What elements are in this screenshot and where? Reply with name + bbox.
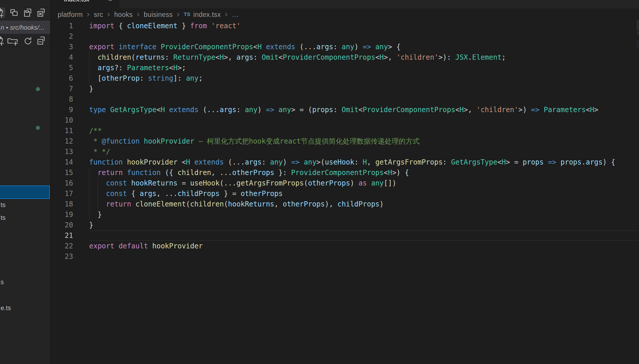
minimap-mark	[637, 20, 639, 30]
line-number: 13	[51, 146, 73, 157]
line-number: 10	[51, 115, 73, 126]
line-number: 18	[51, 199, 73, 209]
breadcrumb: platformsrchooksbuisinessTSindex.tsx…	[58, 8, 611, 21]
new-folder-icon[interactable]	[7, 35, 16, 46]
line-number: 23	[51, 251, 73, 262]
code-line: /**	[89, 126, 615, 136]
tree-item[interactable]: ts	[1, 214, 6, 222]
code-line	[89, 251, 615, 262]
line-number-gutter: 1234567891011121314151617181920212223	[51, 21, 73, 262]
code-line: [otherProp: string]: any;	[89, 73, 615, 84]
code-line: * */	[89, 146, 615, 157]
line-number: 7	[51, 84, 73, 94]
line-number: 22	[51, 241, 73, 251]
breadcrumb-item[interactable]: src	[94, 11, 103, 19]
code-line: export default hookProvider	[89, 241, 615, 251]
new-file-icon[interactable]	[0, 7, 5, 18]
file-tree: tstsse.ts	[0, 47, 50, 364]
code-line: }	[89, 84, 615, 94]
line-number: 17	[51, 188, 73, 199]
explorer-toolbar	[0, 34, 50, 47]
code-line: }	[89, 209, 615, 220]
line-number: 6	[51, 73, 73, 84]
chevron-right-icon	[225, 12, 228, 17]
code-line: export interface ProviderComponentProps<…	[89, 42, 615, 52]
tree-item[interactable]: e.ts	[1, 304, 11, 312]
code-line	[89, 94, 615, 105]
line-number: 2	[51, 31, 73, 42]
open-editor-entry-label: n • src/hooks/...	[1, 24, 45, 31]
line-number: 8	[51, 94, 73, 105]
code-line: const hookReturns = useHook(...getArgsFr…	[89, 178, 615, 188]
line-number: 19	[51, 209, 73, 220]
code-line: return function ({ children, ...otherPro…	[89, 167, 615, 178]
ts-file-icon: TS	[184, 12, 190, 17]
chevron-right-icon	[87, 12, 90, 17]
tree-selected-row[interactable]	[0, 185, 50, 199]
breadcrumb-item[interactable]: hooks	[114, 11, 133, 19]
code-line	[89, 230, 615, 241]
minimap-mark	[637, 40, 639, 44]
line-number: 15	[51, 167, 73, 178]
breadcrumb-item[interactable]: platform	[58, 11, 83, 19]
code-line: return cloneElement(children(hookReturns…	[89, 199, 615, 209]
breadcrumb-item[interactable]: buisiness	[144, 11, 173, 19]
line-number: 14	[51, 157, 73, 167]
refresh-icon[interactable]	[23, 35, 33, 46]
code-line: children(returns: ReturnType<H>, args: O…	[89, 52, 615, 63]
tab-label: index.tsx	[64, 0, 89, 3]
tab-bar: index.tsx ×	[51, 0, 639, 8]
open-editors-toolbar	[0, 0, 50, 20]
open-editor-entry[interactable]: n • src/hooks/...	[0, 21, 50, 34]
editor-layout-icon[interactable]	[10, 7, 19, 18]
line-number: 21	[51, 230, 73, 241]
code-line: * @function hookProvider — 柯里化方式把hook变成r…	[89, 136, 615, 146]
tree-item[interactable]: ts	[1, 201, 6, 209]
line-number: 16	[51, 178, 73, 188]
code-area[interactable]: import { cloneElement } from 'react'expo…	[89, 21, 615, 262]
git-modified-dot	[36, 87, 40, 91]
git-modified-dot	[36, 126, 40, 130]
breadcrumb-item-file[interactable]: index.tsx	[193, 11, 221, 19]
new-file-icon[interactable]	[0, 35, 5, 46]
tree-item[interactable]: s	[1, 278, 4, 286]
save-all-icon[interactable]	[23, 7, 33, 18]
line-number: 11	[51, 126, 73, 136]
tab-index-tsx[interactable]: index.tsx ×	[51, 0, 119, 8]
line-number: 20	[51, 220, 73, 230]
line-number: 3	[51, 42, 73, 52]
line-number: 12	[51, 136, 73, 146]
code-line	[89, 31, 615, 42]
chevron-right-icon	[107, 12, 110, 17]
code-line: function hookProvider <H extends (...arg…	[89, 157, 615, 167]
code-line: }	[89, 220, 615, 230]
line-number: 9	[51, 105, 73, 115]
minimap-mark	[637, 31, 639, 35]
minimap-mark	[637, 45, 639, 48]
code-line	[89, 115, 615, 126]
code-line: args?: Parameters<H>;	[89, 63, 615, 73]
line-number: 5	[51, 63, 73, 73]
code-line: const { args, ...childProps } = otherPro…	[89, 188, 615, 199]
tab-close-icon[interactable]: ×	[108, 0, 112, 3]
breadcrumb-overflow[interactable]: …	[232, 11, 239, 19]
code-line: import { cloneElement } from 'react'	[89, 21, 615, 31]
line-number: 1	[51, 21, 73, 31]
collapse-all-icon[interactable]	[37, 35, 46, 46]
line-number: 4	[51, 52, 73, 63]
code-line: type GetArgsType<H extends (...args: any…	[89, 105, 615, 115]
chevron-right-icon	[176, 12, 180, 17]
close-all-icon[interactable]	[37, 7, 46, 18]
chevron-right-icon	[137, 12, 140, 17]
